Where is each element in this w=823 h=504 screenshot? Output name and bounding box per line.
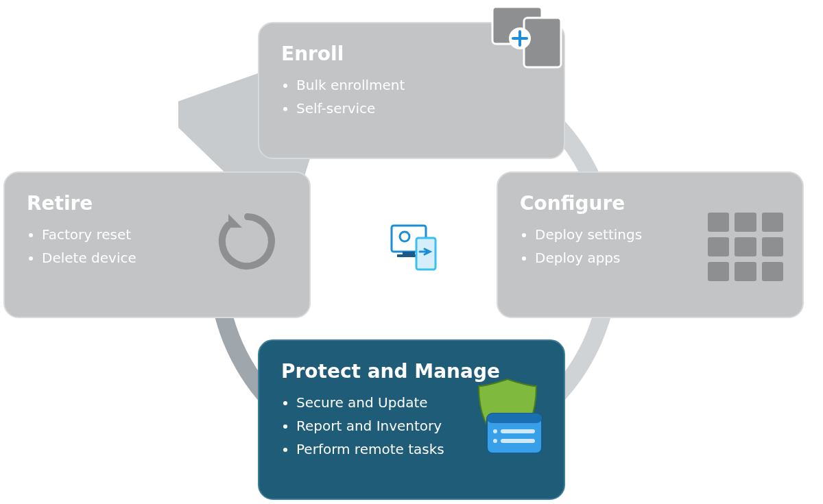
lifecycle-diagram: Enroll Bulk enrollment Self-service Conf…	[0, 0, 823, 504]
svg-rect-2	[403, 252, 415, 254]
svg-rect-9	[487, 413, 542, 423]
svg-rect-13	[501, 439, 535, 443]
card-retire: Retire Factory reset Delete device	[3, 171, 311, 318]
reset-cycle-icon	[213, 207, 282, 276]
card-enroll: Enroll Bulk enrollment Self-service	[258, 22, 565, 159]
intune-monitor-icon	[387, 221, 442, 276]
enroll-item-1: Self-service	[296, 97, 542, 120]
card-items-enroll: Bulk enrollment Self-service	[281, 73, 542, 120]
svg-rect-11	[501, 429, 535, 433]
svg-point-10	[493, 429, 497, 433]
enroll-item-0: Bulk enrollment	[296, 73, 542, 97]
devices-plus-icon	[488, 3, 571, 71]
card-title-configure: Configure	[520, 192, 780, 215]
card-configure: Configure Deploy settings Deploy apps	[497, 171, 804, 318]
card-protect-manage: Protect and Manage Secure and Update Rep…	[258, 339, 565, 500]
apps-grid-icon	[708, 213, 783, 281]
shield-list-icon	[466, 376, 549, 459]
svg-point-12	[493, 439, 497, 443]
